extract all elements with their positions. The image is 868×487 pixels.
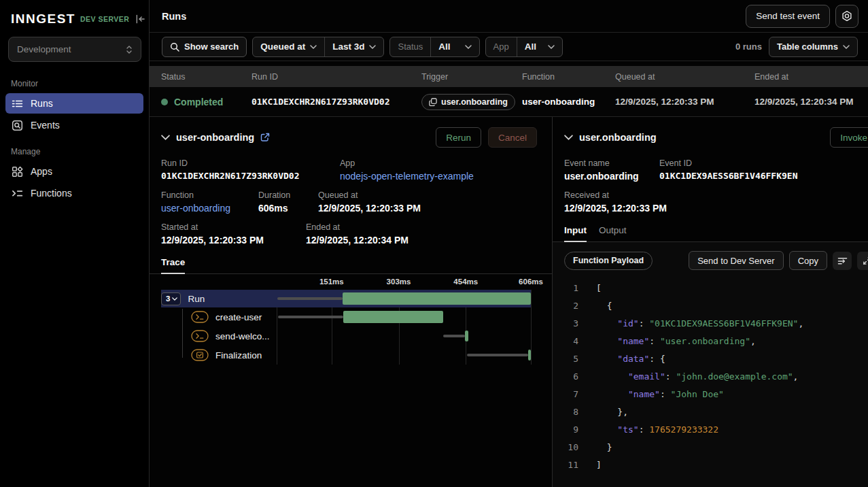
field-value[interactable]: user-onboarding xyxy=(161,203,258,214)
sidebar-item-events[interactable]: Events xyxy=(5,115,143,135)
run-ended-at-cell: 12/9/2025, 12:20:34 PM xyxy=(754,97,868,107)
sidebar-item-runs[interactable]: Runs xyxy=(5,93,143,114)
code-text: "name": "user.onboarding", xyxy=(578,333,756,350)
code-text: "email": "john.doe@example.com", xyxy=(578,368,798,386)
field-started-at: Started at12/9/2025, 12:20:33 PM xyxy=(161,222,306,246)
time-field-value: Queued at xyxy=(260,41,305,52)
field-value: 12/9/2025, 12:20:33 PM xyxy=(161,235,306,246)
field-label: App xyxy=(340,158,540,168)
expand-payload-button[interactable] xyxy=(857,252,868,270)
chevron-updown-icon xyxy=(126,45,133,54)
show-search-button[interactable]: Show search xyxy=(162,37,247,57)
sidebar-item-functions[interactable]: Functions xyxy=(5,183,143,203)
code-text: "data": { xyxy=(578,350,665,368)
time-field-dropdown[interactable]: Queued at xyxy=(253,37,324,56)
finalization-icon xyxy=(191,349,209,361)
status-filter-label: Status xyxy=(390,37,430,56)
field-label: Started at xyxy=(161,222,306,232)
trigger-event-pill[interactable]: user.onboarding xyxy=(421,94,515,110)
payload-section: Function Payload Send to Dev Server Copy xyxy=(553,242,868,487)
send-to-dev-server-button[interactable]: Send to Dev Server xyxy=(689,251,783,270)
sidebar-section-label: Monitor xyxy=(11,79,138,88)
trace-span-row-create-user[interactable]: create-user xyxy=(161,307,531,326)
field-received-at: Received at12/9/2025, 12:20:33 PM xyxy=(564,190,856,214)
trace-timeline-ticks: 151ms303ms454ms606ms xyxy=(277,275,531,290)
trace-span-row-send-welco-[interactable]: send-welco... xyxy=(161,326,531,346)
run-detail-header: user-onboarding Rerun Cancel xyxy=(150,117,552,154)
sidebar: INNGEST DEV SERVER Development MonitorRu… xyxy=(0,0,150,487)
app-filter-dropdown[interactable]: All xyxy=(517,37,562,56)
field-ended-at: Ended at12/9/2025, 12:20:34 PM xyxy=(306,222,540,246)
collapse-run-detail-button[interactable] xyxy=(161,135,170,140)
collapse-sidebar-button[interactable] xyxy=(134,13,147,25)
trace-span-row-run[interactable]: 3Run xyxy=(161,290,531,307)
rerun-button[interactable]: Rerun xyxy=(436,127,481,148)
event-detail-title: user.onboarding xyxy=(579,132,657,143)
code-text: } xyxy=(578,439,612,456)
span-name: create-user xyxy=(161,311,277,323)
queue-duration-line xyxy=(467,354,528,356)
code-line: 9 "ts": 1765279233322 xyxy=(553,421,868,439)
code-line: 5 "data": { xyxy=(553,350,868,368)
payload-code-editor[interactable]: 1[2 {3 "id": "01KC1DEX9AESS6BF1V46FFK9EN… xyxy=(553,277,868,474)
field-label: Received at xyxy=(564,190,856,200)
collapse-event-detail-button[interactable] xyxy=(564,135,573,140)
runs-list-icon xyxy=(12,98,23,110)
trace-expand-badge[interactable]: 3 xyxy=(161,292,181,305)
span-name: send-welco... xyxy=(161,330,277,342)
send-test-event-button[interactable]: Send test event xyxy=(746,5,830,28)
main-area: Runs Send test event Show search xyxy=(150,0,868,487)
sidebar-item-label: Events xyxy=(31,120,60,131)
chevron-down-icon xyxy=(843,45,850,49)
app-filter-value: All xyxy=(525,41,536,52)
timeline-tick-label: 454ms xyxy=(453,278,478,286)
page-title: Runs xyxy=(162,11,186,22)
field-label: Queued at xyxy=(318,190,540,200)
chevron-down-icon xyxy=(548,45,555,49)
environment-select[interactable]: Development xyxy=(8,37,141,62)
span-timeline xyxy=(277,346,531,365)
queue-duration-line xyxy=(278,316,343,318)
app-filter-group: App All xyxy=(485,37,563,57)
cancel-button[interactable]: Cancel xyxy=(488,127,537,148)
code-text: { xyxy=(578,297,612,315)
table-columns-dropdown[interactable]: Table columns xyxy=(769,37,858,57)
chevron-down-icon xyxy=(161,135,170,140)
external-link-icon[interactable] xyxy=(260,133,270,142)
status-filter-dropdown[interactable]: All xyxy=(431,37,479,56)
sidebar-item-apps[interactable]: Apps xyxy=(5,161,143,182)
word-wrap-button[interactable] xyxy=(833,252,852,270)
tab-trace[interactable]: Trace xyxy=(161,257,185,273)
sidebar-header: INNGEST DEV SERVER xyxy=(0,0,149,35)
trace-indent-guide xyxy=(182,309,183,358)
invoke-button[interactable]: Invoke xyxy=(830,127,868,148)
sidebar-item-label: Runs xyxy=(31,98,53,109)
trace-span-row-finalization[interactable]: Finalization xyxy=(161,346,531,365)
run-table-row[interactable]: Completed 01KC1DEXCHR2N617Z93RK0VD02 use… xyxy=(150,87,868,117)
tab-output[interactable]: Output xyxy=(599,225,627,241)
code-text: ] xyxy=(578,456,602,474)
app-filter-label: App xyxy=(486,37,517,56)
field-value: 01KC1DEXCHR2N617Z93RK0VD02 xyxy=(161,171,340,181)
field-value: 12/9/2025, 12:20:33 PM xyxy=(318,203,540,214)
span-name: Finalization xyxy=(161,349,277,361)
tab-input[interactable]: Input xyxy=(564,225,587,241)
line-number: 7 xyxy=(553,386,578,403)
field-value: 12/9/2025, 12:20:33 PM xyxy=(564,203,856,214)
table-columns-label: Table columns xyxy=(777,41,838,52)
field-value[interactable]: nodejs-open-telemetry-example xyxy=(340,171,540,182)
field-value: user.onboarding xyxy=(564,171,659,182)
run-status-cell: Completed xyxy=(161,97,251,107)
settings-button[interactable] xyxy=(835,5,858,28)
time-range-dropdown[interactable]: Last 3d xyxy=(325,37,383,56)
field-duration: Duration606ms xyxy=(258,190,318,214)
line-number: 4 xyxy=(553,333,578,350)
filter-bar-right: 0 runs Table columns xyxy=(735,37,858,57)
column-header-function: Function xyxy=(522,72,615,82)
copy-button[interactable]: Copy xyxy=(789,251,827,270)
function-payload-pill[interactable]: Function Payload xyxy=(564,252,653,270)
code-line: 8 }, xyxy=(553,403,868,421)
dev-server-badge: DEV SERVER xyxy=(80,15,130,23)
sidebar-item-label: Apps xyxy=(31,166,52,177)
send-test-event-label: Send test event xyxy=(756,11,820,21)
